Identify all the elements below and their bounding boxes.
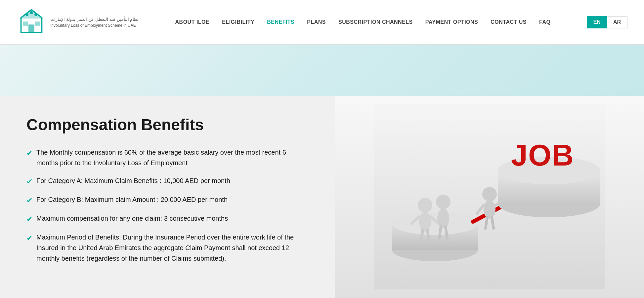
nav-faq[interactable]: FAQ <box>539 19 550 25</box>
svg-text:JOB: JOB <box>511 139 574 172</box>
checkmark-icon: ✔ <box>26 176 32 187</box>
content-right: JOB <box>335 96 644 298</box>
svg-line-26 <box>446 227 447 238</box>
svg-rect-4 <box>35 21 40 26</box>
job-illustration: JOB <box>374 104 605 289</box>
list-item: ✔ The Monthly compensation is 60% of the… <box>26 147 308 168</box>
job-image: JOB <box>335 96 644 298</box>
checkmark-icon: ✔ <box>26 214 32 225</box>
nav-eligibility[interactable]: ELIGIBILITY <box>222 19 254 25</box>
svg-point-27 <box>482 187 497 202</box>
nav-plans[interactable]: PLANS <box>307 19 326 25</box>
logo-icon <box>17 7 46 37</box>
benefit-text-4: Maximum compensation for any one claim: … <box>36 213 228 224</box>
list-item: ✔ For Category B: Maximum claim Amount :… <box>26 194 308 206</box>
svg-line-20 <box>427 230 429 242</box>
logo-arabic: نظام التأمين ضد التعطل عن العمل بدولة ال… <box>50 17 139 22</box>
logo-text: نظام التأمين ضد التعطل عن العمل بدولة ال… <box>50 17 139 28</box>
nav-benefits[interactable]: BENEFITS <box>267 19 294 25</box>
site-header: نظام التأمين ضد التعطل عن العمل بدولة ال… <box>0 0 644 45</box>
svg-rect-3 <box>23 21 28 26</box>
list-item: ✔ Maximum Period of Benefits: During the… <box>26 232 308 264</box>
content-left: Compensation Benefits ✔ The Monthly comp… <box>0 96 335 298</box>
svg-point-6 <box>30 11 33 14</box>
svg-point-11 <box>392 212 478 235</box>
benefit-text-1: The Monthly compensation is 60% of the a… <box>36 147 308 168</box>
svg-rect-2 <box>28 24 34 32</box>
lang-switcher: EN AR <box>587 16 627 28</box>
page-title: Compensation Benefits <box>26 116 308 134</box>
svg-line-31 <box>486 217 487 228</box>
svg-point-18 <box>419 212 431 232</box>
benefit-text-5: Maximum Period of Benefits: During the I… <box>36 232 308 264</box>
lang-ar-button[interactable]: AR <box>607 16 627 28</box>
nav-contact-us[interactable]: CONTACT US <box>491 19 527 25</box>
list-item: ✔ Maximum compensation for any one claim… <box>26 213 308 225</box>
svg-point-23 <box>436 195 451 209</box>
svg-point-7 <box>34 13 37 16</box>
svg-line-19 <box>421 230 423 242</box>
nav-payment-options[interactable]: PAYMENT OPTIONS <box>425 19 478 25</box>
nav-subscription-channels[interactable]: SUBSCRIPTION CHANNELS <box>338 19 413 25</box>
benefit-text-3: For Category B: Maximum claim Amount : 2… <box>36 194 228 205</box>
svg-point-5 <box>25 13 28 16</box>
checkmark-icon: ✔ <box>26 195 32 206</box>
svg-line-32 <box>492 217 494 228</box>
logo-area: نظام التأمين ضد التعطل عن العمل بدولة ال… <box>17 7 139 37</box>
main-content: Compensation Benefits ✔ The Monthly comp… <box>0 96 644 298</box>
svg-point-24 <box>437 208 449 228</box>
checkmark-icon: ✔ <box>26 148 32 159</box>
svg-point-28 <box>484 200 495 219</box>
main-nav: ABOUT ILOE ELIGIBILITY BENEFITS PLANS SU… <box>175 19 551 25</box>
list-item: ✔ For Category A: Maximum Claim Benefits… <box>26 175 308 187</box>
nav-about-iloe[interactable]: ABOUT ILOE <box>175 19 210 25</box>
checkmark-icon: ✔ <box>26 233 32 243</box>
logo-english: Involuntary Loss of Employment Scheme in… <box>50 23 139 28</box>
svg-point-17 <box>418 198 432 212</box>
benefit-text-2: For Category A: Maximum Claim Benefits :… <box>36 175 230 186</box>
svg-line-25 <box>439 227 441 238</box>
lang-en-button[interactable]: EN <box>587 16 607 28</box>
hero-banner <box>0 45 644 96</box>
benefits-list: ✔ The Monthly compensation is 60% of the… <box>26 147 308 264</box>
